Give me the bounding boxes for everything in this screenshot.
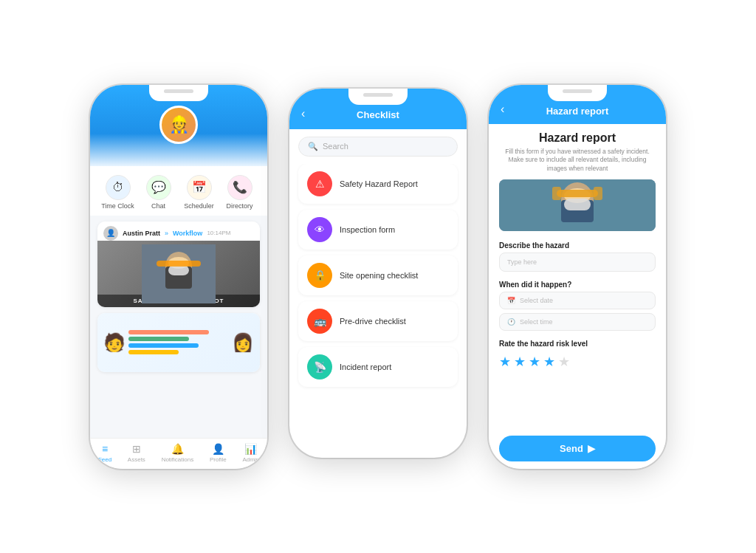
p1-nav-notifications[interactable]: 🔔 Notifications [162, 443, 194, 463]
phone-3-notch [548, 85, 607, 101]
svg-rect-4 [168, 265, 189, 275]
profile-label: Profile [210, 456, 227, 463]
predrive-label: Pre-drive checklist [340, 317, 406, 326]
list-item-site-opening[interactable]: 🔒 Site opening checklist [298, 255, 458, 295]
list-item-incident[interactable]: 📡 Incident report [298, 347, 458, 387]
sched-bar-4 [128, 350, 179, 354]
directory-label: Directory [226, 202, 252, 210]
p3-date-row: 📅 Select date 🕐 Select time [499, 292, 656, 331]
svg-rect-5 [157, 261, 201, 267]
p1-nav-assets[interactable]: ⊞ Assets [128, 443, 145, 463]
site-opening-icon: 🔒 [307, 263, 332, 288]
list-item-predrive[interactable]: 🚌 Pre-drive checklist [298, 301, 458, 341]
calendar-icon: 📅 [507, 297, 515, 304]
post-username: Austin Pratt [123, 230, 160, 237]
p3-form-title: Hazard report [499, 131, 656, 145]
p3-rate-label: Rate the hazard risk level [499, 340, 656, 348]
p1-post-card[interactable]: 👤 Austin Pratt » Workflow 10:14PM [97, 221, 260, 307]
phone-2-notch [348, 89, 408, 105]
p1-bottom-nav: ≡ Feed ⊞ Assets 🔔 Notifications 👤 Profil… [90, 438, 267, 469]
safety-hazard-label: Safety Hazard Report [340, 179, 418, 188]
p2-back-button[interactable]: ‹ [301, 107, 305, 120]
admin-label: Admin [242, 456, 259, 463]
p2-checklist: ⚠ Safety Hazard Report 👁 Inspection form… [289, 164, 467, 458]
phone-1-speaker [164, 89, 193, 93]
inspection-icon: 👁 [307, 217, 332, 242]
p3-time-input[interactable]: 🕐 Select time [499, 313, 656, 331]
p3-star-rating[interactable]: ★ ★ ★ ★ ★ [499, 354, 656, 370]
post-workflow: Workflow [173, 230, 202, 237]
p3-describe-input[interactable]: Type here [499, 253, 656, 272]
star-1[interactable]: ★ [499, 354, 511, 370]
p1-nav-profile[interactable]: 👤 Profile [210, 443, 227, 463]
scheduler-preview: 🧑 👩 [97, 313, 260, 372]
predrive-icon: 🚌 [307, 309, 332, 334]
list-item-inspection[interactable]: 👁 Inspection form [298, 210, 458, 250]
star-5[interactable]: ★ [558, 354, 570, 370]
chat-icon: 💬 [146, 175, 171, 200]
avatar-emoji: 👷 [169, 115, 189, 134]
worker-illustration [97, 241, 260, 307]
p1-icons-row: ⏱ Time Clock 💬 Chat 📅 Scheduler 📞 Direct… [90, 166, 267, 216]
p1-feed: 👤 Austin Pratt » Workflow 10:14PM [90, 216, 267, 438]
directory-icon: 📞 [227, 175, 252, 200]
phone-2-speaker [363, 93, 393, 97]
p1-nav-feed[interactable]: ≡ Feed [98, 443, 111, 463]
phone-1-notch [149, 85, 208, 101]
p3-describe-label: Describe the hazard [499, 241, 656, 250]
p1-scheduler-item[interactable]: 📅 Scheduler [182, 175, 217, 210]
p3-date-placeholder: Select date [520, 297, 553, 304]
star-2[interactable]: ★ [514, 354, 526, 370]
assets-icon: ⊞ [132, 443, 141, 455]
p3-send-button[interactable]: Send ▶ [499, 436, 656, 461]
star-4[interactable]: ★ [543, 354, 555, 370]
phone-1: 👷 ⏱ Time Clock 💬 Chat 📅 Scheduler 📞 Dire… [90, 85, 267, 469]
p3-time-placeholder: Select time [520, 318, 553, 326]
sched-bar-1 [128, 330, 209, 334]
notifications-icon: 🔔 [171, 443, 184, 455]
search-placeholder: Search [323, 142, 348, 151]
send-icon: ▶ [588, 443, 595, 454]
scene: 👷 ⏱ Time Clock 💬 Chat 📅 Scheduler 📞 Dire… [0, 0, 756, 553]
p1-directory-item[interactable]: 📞 Directory [222, 175, 258, 210]
p1-nav-admin[interactable]: 📊 Admin [242, 443, 259, 463]
timeclock-label: Time Clock [101, 202, 134, 210]
p3-date-input[interactable]: 📅 Select date [499, 292, 656, 309]
p1-chat-item[interactable]: 💬 Chat [141, 175, 176, 210]
avatar: 👷 [159, 106, 198, 144]
svg-rect-10 [564, 199, 591, 210]
svg-rect-11 [557, 190, 598, 197]
send-label: Send [560, 443, 583, 454]
p1-second-card[interactable]: 🧑 👩 [97, 313, 260, 372]
p2-header-title: Checklist [357, 109, 399, 120]
admin-icon: 📊 [244, 443, 257, 455]
sched-person-2: 👩 [232, 332, 254, 353]
feed-label: Feed [98, 456, 111, 463]
post-avatar: 👤 [103, 226, 118, 241]
phone-2: ‹ Checklist 🔍 Search ⚠ Safety Hazard Rep… [289, 89, 467, 458]
p2-search-bar[interactable]: 🔍 Search [298, 137, 458, 157]
incident-label: Incident report [340, 363, 391, 371]
p1-post-image: SAFETY HAZARD REPROT [97, 241, 260, 307]
sched-bar-3 [128, 343, 199, 348]
site-opening-label: Site opening checklist [340, 271, 418, 280]
profile-icon: 👤 [212, 443, 224, 455]
p3-photo [499, 179, 656, 231]
svg-rect-12 [552, 187, 561, 200]
phone-3: ‹ Hazard report Hazard report Fill this … [489, 85, 666, 469]
notifications-label: Notifications [162, 456, 194, 463]
star-3[interactable]: ★ [529, 354, 540, 370]
p1-post-header: 👤 Austin Pratt » Workflow 10:14PM [97, 221, 260, 241]
p3-form-subtitle: Fill this form if you have witnessed a s… [499, 148, 656, 174]
incident-icon: 📡 [307, 354, 332, 379]
svg-rect-13 [594, 187, 602, 200]
phone-3-speaker [563, 89, 592, 93]
post-time: 10:14PM [207, 230, 230, 236]
scheduler-icon: 📅 [187, 175, 212, 200]
p1-timeclock-item[interactable]: ⏱ Time Clock [100, 175, 136, 210]
p3-content: Hazard report Fill this form if you have… [489, 124, 666, 469]
p3-back-button[interactable]: ‹ [501, 103, 504, 116]
list-item-safety-hazard[interactable]: ⚠ Safety Hazard Report [298, 164, 458, 204]
safety-hazard-icon: ⚠ [307, 171, 332, 196]
sched-bar-2 [128, 337, 189, 341]
